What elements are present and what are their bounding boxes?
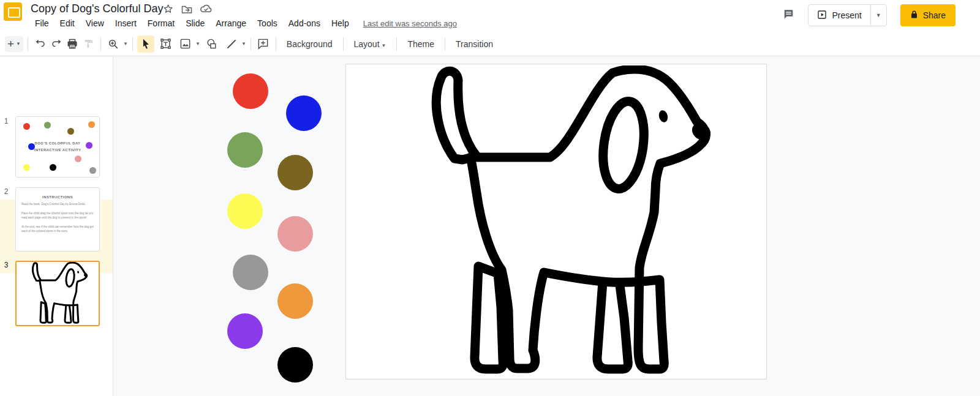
thumb-dot-yellow <box>23 164 30 171</box>
present-dropdown-caret[interactable]: ▼ <box>870 5 886 26</box>
toolbar-separator <box>132 37 133 51</box>
slide-3-thumbnail[interactable] <box>15 261 100 326</box>
print-button[interactable] <box>64 36 80 52</box>
thumb-dot-red <box>23 123 30 130</box>
transition-button[interactable]: Transition <box>450 37 499 51</box>
present-icon <box>817 10 827 21</box>
slide-page[interactable] <box>345 64 767 379</box>
plus-icon: + <box>7 37 14 51</box>
image-icon[interactable] <box>178 36 194 52</box>
thumb-dot-black <box>50 164 56 171</box>
google-slides-logo[interactable] <box>4 2 22 21</box>
star-icon[interactable] <box>163 4 173 14</box>
add-comment-icon[interactable] <box>255 36 271 52</box>
slide-3-number: 3 <box>0 261 12 269</box>
spot-yellow[interactable] <box>227 193 263 229</box>
spot-pink[interactable] <box>277 216 313 252</box>
menu-addons[interactable]: Add-ons <box>283 17 326 29</box>
line-icon[interactable] <box>224 36 239 52</box>
new-slide-caret[interactable]: ▼ <box>16 41 21 47</box>
present-button-group: Present ▼ <box>808 4 886 26</box>
spot-olive[interactable] <box>277 155 313 190</box>
menu-file[interactable]: File <box>29 17 55 29</box>
menu-slide[interactable]: Slide <box>180 17 210 29</box>
undo-button[interactable] <box>32 36 48 52</box>
share-label: Share <box>923 10 946 20</box>
spot-red[interactable] <box>233 73 268 109</box>
slide-2-paragraph: Have the child drag the colorful spots o… <box>21 212 94 220</box>
line-caret[interactable]: ▼ <box>241 41 246 47</box>
menu-edit[interactable]: Edit <box>55 17 80 29</box>
menu-help[interactable]: Help <box>326 17 355 29</box>
spot-blue[interactable] <box>286 95 322 131</box>
menu-bar: File Edit View Insert Format Slide Arran… <box>29 17 457 29</box>
comments-icon[interactable] <box>783 9 794 22</box>
slide-1-thumbnail[interactable]: Dog's Colorful Day Interactive Activity <box>15 116 100 177</box>
slide-canvas[interactable] <box>114 57 980 396</box>
redo-button[interactable] <box>48 36 64 52</box>
menu-arrange[interactable]: Arrange <box>210 17 252 29</box>
toolbar-separator <box>343 37 344 51</box>
spot-orange[interactable] <box>277 283 313 319</box>
toolbar-separator <box>251 37 251 51</box>
slide-1-title-line1: Dog's Colorful Day <box>16 140 99 147</box>
thumb-dot-pink <box>75 155 81 162</box>
slide-1-title-line2: Interactive Activity <box>16 147 99 154</box>
layout-label: Layout <box>354 39 380 49</box>
present-label: Present <box>832 10 861 20</box>
toolbar-separator <box>396 37 397 51</box>
slide-2-paragraph: At the end, see if the child can remembe… <box>21 225 94 234</box>
toolbar-separator <box>276 37 276 51</box>
select-cursor-icon[interactable] <box>137 35 154 53</box>
lock-icon <box>910 10 918 21</box>
cloud-saved-icon <box>200 4 212 13</box>
spot-green[interactable] <box>227 132 263 168</box>
spot-purple[interactable] <box>227 313 263 349</box>
thumb-dot-olive <box>67 128 74 135</box>
slide-2-body: Read the book, Dog's Colorful Day by Emm… <box>16 199 99 233</box>
text-box-icon[interactable] <box>158 36 174 52</box>
menu-tools[interactable]: Tools <box>252 17 283 29</box>
document-title[interactable]: Copy of Dog's Colorful Day <box>31 2 164 15</box>
slide-2-thumbnail[interactable]: Instructions Read the book, Dog's Colorf… <box>15 187 100 252</box>
zoom-icon[interactable] <box>105 36 121 52</box>
layout-button[interactable]: Layout▼ <box>348 37 393 51</box>
paint-format-icon <box>80 36 96 52</box>
move-folder-icon[interactable] <box>181 4 192 14</box>
spot-black[interactable] <box>277 347 313 383</box>
present-button[interactable]: Present <box>809 5 870 26</box>
slide-filmstrip: 1 2 3 Dog's Colorful Day Interactive Act… <box>0 57 113 396</box>
theme-button[interactable]: Theme <box>401 37 440 51</box>
slide-1-title: Dog's Colorful Day Interactive Activity <box>16 140 99 154</box>
dog-drawing-thumbnail <box>29 262 88 324</box>
background-button[interactable]: Background <box>281 37 339 51</box>
menu-insert[interactable]: Insert <box>110 17 142 29</box>
layout-caret: ▼ <box>382 43 386 48</box>
slide-1-number: 1 <box>0 117 12 125</box>
slide-2-paragraph: Read the book, Dog's Colorful Day by Emm… <box>21 203 94 207</box>
dog-drawing[interactable] <box>417 65 714 378</box>
toolbar-separator <box>28 37 28 51</box>
image-caret[interactable]: ▼ <box>195 41 200 47</box>
thumb-dot-orange <box>88 121 95 128</box>
menu-view[interactable]: View <box>80 17 110 29</box>
new-slide-button[interactable]: + ▼ <box>5 36 23 52</box>
spot-gray[interactable] <box>233 255 268 290</box>
slide-2-number: 2 <box>0 187 12 196</box>
toolbar: + ▼ ▼ ▼ ▼ Background Layout▼ Theme <box>0 32 980 56</box>
zoom-caret[interactable]: ▼ <box>123 41 128 47</box>
shape-icon[interactable] <box>204 36 220 52</box>
thumb-dot-green <box>44 122 51 129</box>
last-edit-status[interactable]: Last edit was seconds ago <box>363 19 457 28</box>
toolbar-separator <box>445 37 445 51</box>
toolbar-separator <box>100 37 101 51</box>
share-button[interactable]: Share <box>900 4 956 26</box>
thumb-dot-gray <box>89 167 96 174</box>
menu-format[interactable]: Format <box>142 17 180 29</box>
app-header: Copy of Dog's Colorful Day File Edit Vie… <box>0 0 980 32</box>
